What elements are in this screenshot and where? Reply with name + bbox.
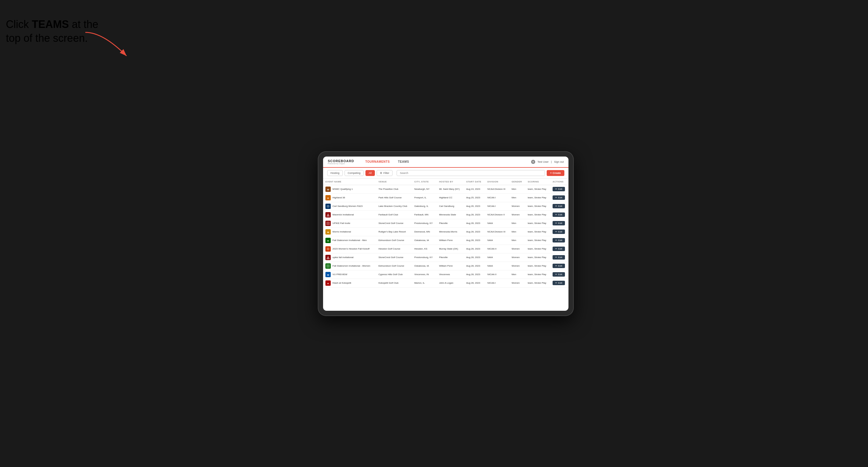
edit-button[interactable]: ✏ Edit [553,272,565,277]
division-cell: NAIA [485,219,509,227]
start-date-cell: Aug 28, 2023 [464,261,485,270]
edit-label: Edit [558,196,562,199]
logo-area: SCOREBOARD Powered by clippit [328,159,354,164]
edit-button[interactable]: ✏ Edit [553,255,565,259]
edit-icon: ✏ [555,256,557,259]
division-cell: NICAA I [485,202,509,210]
all-filter-btn[interactable]: All [366,170,375,176]
actions-cell: ✏ Edit [550,193,568,202]
gender-cell: Men [509,185,526,193]
create-button[interactable]: + Create [547,170,564,176]
event-name-cell: Carl Sandburg Women FA23 [323,202,376,210]
team-logo [326,255,331,260]
venue-cell: StoneCrest Golf Course [376,219,412,227]
edit-button[interactable]: ✏ Edit [553,204,565,208]
col-division: DIVISION [485,179,509,185]
division-cell: NICAA I [485,279,509,287]
table-row: H Klash at Kokopelli Kokopelli Golf Club… [323,279,568,287]
event-name: Klash at Kokopelli [333,282,351,284]
event-name-cell: H Highland 36 [323,193,376,202]
edit-button[interactable]: ✏ Edit [553,213,565,217]
scoring-cell: team, Stroke Play [525,236,550,245]
hosted-by-cell: William Penn [437,261,464,270]
actions-cell: ✏ Edit [550,261,568,270]
event-name-cell: Fall Statesmen Invitational - Women [323,261,376,270]
table-row: M Morris Invitational Ruttger's Bay Lake… [323,227,568,236]
event-name: Highland 36 [333,196,345,199]
actions-cell: ✏ Edit [550,227,568,236]
division-cell: NCAA Division III [485,185,509,193]
actions-cell: ✏ Edit [550,219,568,227]
filter-label: Filter [383,172,389,175]
scoring-cell: team, Stroke Play [525,261,550,270]
edit-button[interactable]: ✏ Edit [553,187,565,191]
scoring-cell: team, Stroke Play [525,219,550,227]
event-name: Morris Invitational [333,230,351,233]
venue-cell: StoneCrest Golf Course [376,253,412,261]
city-state-cell: Deerwood, MN [412,227,437,236]
table-row: upike fall invitational StoneCrest Golf … [323,253,568,261]
event-name: MSMC Qualifying 1 [333,188,353,190]
svg-point-7 [327,205,330,208]
edit-icon: ✏ [555,264,557,267]
sign-out-link[interactable]: Sign out [554,160,564,163]
nav-tab-teams[interactable]: TEAMS [394,157,413,168]
search-input[interactable] [397,170,545,176]
event-name-cell: Maverick Invitational [323,210,376,219]
edit-label: Edit [558,230,562,233]
edit-button[interactable]: ✏ Edit [553,281,565,285]
gender-cell: Women [509,279,526,287]
edit-button[interactable]: ✏ Edit [553,195,565,200]
gender-cell: Men [509,270,526,279]
event-name: 2023 Women's Hesston Fall Kickoff [333,247,370,250]
gender-cell: Women [509,210,526,219]
edit-label: Edit [558,239,562,242]
edit-icon: ✏ [555,213,557,216]
svg-point-17 [327,247,330,250]
edit-icon: ✏ [555,282,557,284]
event-name: Carl Sandburg Women FA23 [333,205,363,208]
venue-cell: Edmundson Golf Course [376,236,412,245]
filter-options-btn[interactable]: ⚙ Filter [377,170,393,176]
hosted-by-cell: Murray State (OK) [437,245,464,253]
edit-button[interactable]: ✏ Edit [553,264,565,268]
team-logo: H [326,280,331,286]
edit-button[interactable]: ✏ Edit [553,221,565,225]
start-date-cell: Aug 28, 2023 [464,236,485,245]
nav-tab-tournaments[interactable]: TOURNAMENTS [361,157,394,168]
edit-icon: ✏ [555,247,557,250]
edit-label: Edit [558,282,562,284]
hosting-filter-btn[interactable]: Hosting [327,170,343,176]
table-row: H Highland 36 Park Hills Golf Course Fre… [323,193,568,202]
scoring-cell: team, Stroke Play [525,202,550,210]
user-name: Test User [537,160,549,163]
city-state-cell: Marion, IL [412,279,437,287]
scoring-cell: team, Stroke Play [525,185,550,193]
scoring-cell: team, Stroke Play [525,245,550,253]
edit-button[interactable]: ✏ Edit [553,229,565,234]
start-date-cell: Aug 28, 2023 [464,270,485,279]
city-state-cell: Galesburg, IL [412,202,437,210]
gear-icon[interactable] [531,160,535,164]
edit-button[interactable]: ✏ Edit [553,238,565,243]
scoring-cell: team, Stroke Play [525,270,550,279]
tournaments-table: EVENT NAME VENUE CITY, STATE HOSTED BY S… [323,179,568,287]
gender-cell: Women [509,253,526,261]
table-row: Fall Statesmen Invitational - Women Edmu… [323,261,568,270]
edit-button[interactable]: ✏ Edit [553,247,565,251]
event-name-cell: M MSMC Qualifying 1 [323,185,376,193]
hosted-by-cell: Carl Sandburg [437,202,464,210]
venue-cell: Cypress Hills Golf Club [376,270,412,279]
edit-label: Edit [558,247,562,250]
competing-filter-btn[interactable]: Competing [345,170,364,176]
instruction-bold: TEAMS [32,18,69,30]
hosted-by-cell: John A Logan [437,279,464,287]
col-city-state: CITY, STATE [412,179,437,185]
plus-icon: + [550,172,552,175]
division-cell: NAIA [485,236,509,245]
hosted-by-cell: Highland CC [437,193,464,202]
start-date-cell: Aug 26, 2023 [464,202,485,210]
division-cell: NAIA [485,261,509,270]
team-logo: H [326,238,331,243]
col-hosted-by: HOSTED BY [437,179,464,185]
